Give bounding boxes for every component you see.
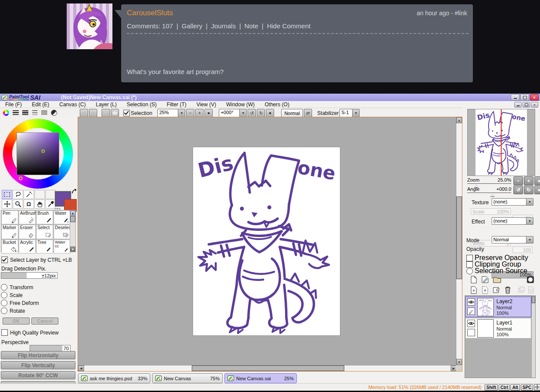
layer-paint-indicator[interactable] <box>467 308 475 315</box>
drag-detection-slider[interactable]: ±12pix <box>1 272 58 279</box>
zoom-reset-button[interactable]: ■ <box>204 109 213 117</box>
menu-layer[interactable]: Layer (L) <box>95 101 118 108</box>
flip-horizontally-button[interactable]: Flip Horizontally <box>1 351 75 359</box>
titlebar[interactable]: PaintTool SAI (Not Saved)New Canvas.sai … <box>0 94 540 101</box>
menu-edit[interactable]: Edit (E) <box>31 101 50 108</box>
selection-source-radio[interactable] <box>466 268 473 274</box>
mode-combo[interactable]: Normal ▼ <box>492 236 533 243</box>
perspective-slider[interactable]: 70 <box>30 345 71 351</box>
transform-radio[interactable] <box>1 284 7 291</box>
color-wheel-panel-icon[interactable] <box>2 109 10 116</box>
new-layer-icon[interactable] <box>470 276 477 284</box>
stabilizer-combo[interactable]: S-1 ▼ <box>340 109 360 117</box>
doc-restore-button[interactable] <box>523 102 530 108</box>
menu-window[interactable]: Window (W) <box>225 101 255 108</box>
saturation-square[interactable] <box>17 132 59 175</box>
layer-thumbnail[interactable] <box>477 298 494 316</box>
username-link[interactable]: CarouselSluts <box>127 9 173 17</box>
nav-zoom-out-button[interactable]: − <box>513 176 523 185</box>
swatches-panel-icon[interactable] <box>40 109 48 116</box>
flip-vertically-button[interactable]: Flip Vertically <box>1 361 75 369</box>
layer-visibility-toggle[interactable] <box>467 320 475 327</box>
menu-filter[interactable]: Filter (T) <box>166 101 187 108</box>
zoom-out-button[interactable]: − <box>186 109 194 117</box>
nav-zoom-in-button[interactable]: + <box>524 176 533 185</box>
menu-selection[interactable]: Selection (S) <box>126 101 158 108</box>
saturation-marker[interactable] <box>41 149 45 153</box>
canvas-hscrollbar[interactable]: ◀ ▶ <box>78 365 457 371</box>
cancel-button[interactable]: Cancel <box>31 318 58 324</box>
merge-down-icon[interactable] <box>481 286 489 294</box>
swap-colors-icon[interactable] <box>71 189 78 195</box>
eyedropper-tool[interactable] <box>45 199 56 209</box>
minimize-button[interactable] <box>511 94 520 101</box>
rotate-reset-button[interactable]: ■ <box>266 109 274 117</box>
brush-airbrush[interactable]: AirBrush <box>19 210 36 224</box>
menu-others[interactable]: Others (O) <box>264 101 290 108</box>
layer-item-layer2[interactable]: Layer2 Normal 100% <box>465 297 531 317</box>
rgb-sliders-panel-icon[interactable] <box>11 109 20 116</box>
menu-file[interactable]: File (F) <box>4 101 23 108</box>
zoom-dropdown-icon[interactable]: ▼ <box>178 109 185 117</box>
nav-rotate-ccw-button[interactable]: ↺ <box>513 186 523 194</box>
note-link[interactable]: Note <box>245 22 258 30</box>
hand-tool[interactable] <box>34 199 45 209</box>
transfer-down-icon[interactable] <box>470 286 477 294</box>
lasso-tool[interactable] <box>13 190 23 199</box>
layer-visibility-toggle[interactable] <box>467 298 475 306</box>
zoom-combo[interactable]: 25% ▼ <box>157 109 185 117</box>
deselect-button[interactable] <box>111 109 119 117</box>
canvas-vscrollbar[interactable]: ▲ ▼ <box>456 117 462 365</box>
hq-preview-checkbox[interactable] <box>1 329 8 336</box>
brush-grid-scrollbar[interactable]: ▲ ▼ <box>70 210 76 252</box>
angle-dropdown-icon[interactable]: ▼ <box>239 109 246 117</box>
select-all-button[interactable] <box>102 109 110 117</box>
navigator[interactable] <box>467 109 535 176</box>
flip-view-button[interactable]: ⇄ <box>304 109 312 117</box>
mixer-panel-icon[interactable] <box>31 109 39 116</box>
rotate-cw-button[interactable]: ↻ <box>257 109 265 117</box>
rotate-90-ccw-button[interactable]: Rotate 90° CCW <box>1 371 75 379</box>
journals-link[interactable]: Journals <box>211 22 236 30</box>
scratchpad-panel-icon[interactable] <box>50 109 58 116</box>
brush-water-cc[interactable]: Water cc <box>54 240 71 253</box>
nav-angle-slider-thumb[interactable] <box>490 193 495 196</box>
brush-water[interactable]: Water <box>54 210 71 224</box>
mode-dropdown-icon[interactable]: ▼ <box>526 237 533 243</box>
select-layer-checkbox[interactable] <box>1 257 8 263</box>
doc-close-button[interactable]: × <box>531 102 538 108</box>
scale-radio[interactable] <box>1 292 7 298</box>
nav-angle-slider[interactable] <box>467 193 511 193</box>
brush-eraser[interactable]: Eraser <box>19 225 36 239</box>
brush-brush[interactable]: Brush <box>36 210 53 224</box>
zoom-tool[interactable] <box>13 199 23 209</box>
effect-combo[interactable]: (none) ▼ <box>492 217 533 225</box>
rotate-view-tool[interactable]: Ω <box>24 199 34 209</box>
view-mode-button[interactable]: Normal <box>281 109 302 117</box>
clear-layer-icon[interactable] <box>492 286 500 294</box>
selection-visibility-checkbox[interactable] <box>123 110 130 116</box>
undo-button[interactable]: ↶ <box>80 109 88 117</box>
nav-rotate-reset-button[interactable]: ■ <box>534 186 540 194</box>
tab-ask-me-thingies[interactable]: ask me thingies.psd 33% <box>78 373 150 383</box>
new-folder-icon[interactable] <box>493 276 501 283</box>
free-deform-radio[interactable] <box>1 300 7 306</box>
magic-wand-tool[interactable] <box>24 190 34 199</box>
marquee-tool[interactable] <box>2 190 12 199</box>
layer-list-scrollbar[interactable] <box>531 296 535 378</box>
brush-marker[interactable]: Marker <box>1 225 18 239</box>
redo-button[interactable]: ↷ <box>89 109 97 117</box>
brush-tree[interactable]: Tree <box>36 240 53 253</box>
hsv-sliders-panel-icon[interactable] <box>21 109 29 116</box>
brush-pen[interactable]: Pen <box>1 210 18 224</box>
ok-button[interactable]: OK <box>3 318 30 324</box>
effect-dropdown-icon[interactable]: ▼ <box>526 218 533 224</box>
rotate-radio[interactable] <box>1 308 7 314</box>
canvas[interactable] <box>193 147 340 335</box>
tab-new-canvas[interactable]: New Canvas 75% <box>152 373 223 383</box>
new-linework-layer-icon[interactable] <box>481 276 489 284</box>
menu-view[interactable]: View (V) <box>196 101 217 108</box>
zoom-in-button[interactable]: + <box>195 109 204 117</box>
layer-paint-indicator[interactable] <box>467 329 475 336</box>
gallery-link[interactable]: Gallery <box>182 22 203 30</box>
